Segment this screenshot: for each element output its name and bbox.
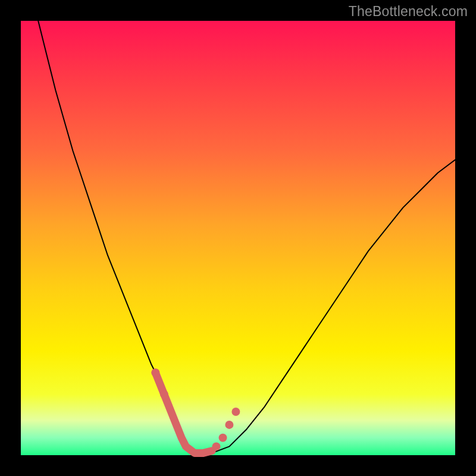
optimal-range-dot [225,421,233,429]
plot-area [21,21,455,455]
optimal-range-dot [212,442,221,450]
bottleneck-curve [38,21,455,453]
curve-svg [21,21,455,455]
optimal-range-dot [151,368,159,377]
watermark-text: TheBottleneck.com [349,4,468,20]
optimal-range-segment [155,372,212,453]
optimal-range-dot [160,390,168,399]
optimal-range-dot [231,408,240,416]
optimal-range-dot [219,434,227,442]
optimal-range-dots [151,368,240,450]
chart-frame: TheBottleneck.com [0,0,476,476]
